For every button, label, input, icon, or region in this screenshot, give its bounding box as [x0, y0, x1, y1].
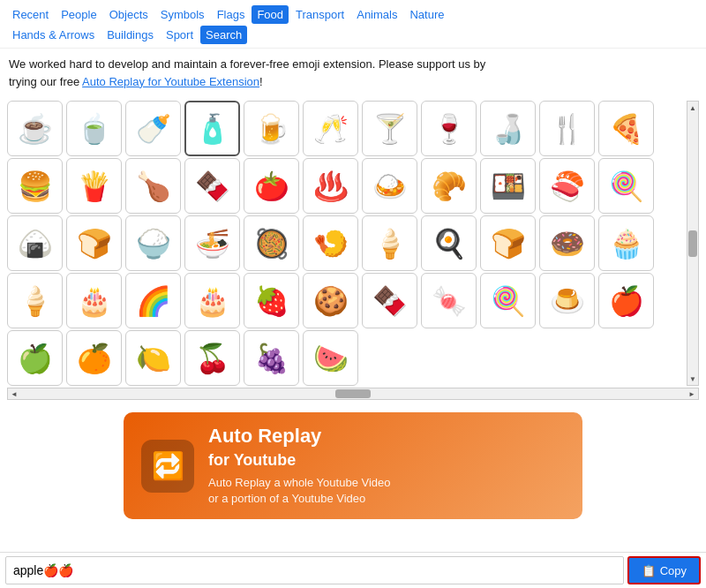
scroll-thumb[interactable]	[688, 230, 697, 257]
emoji-cell[interactable]: 🍵	[66, 101, 122, 156]
grid-scroll-container: ☕ 🍵 🍼 🧴 🍺 🥂 🍸 🍷 🍶 🍴 🍕 🍔 🍟 🍗 🍫 🍅 ♨️ 🍛 🥐 🍱…	[7, 101, 699, 386]
emoji-cell[interactable]: 🍳	[421, 215, 477, 271]
nav-people[interactable]: People	[56, 5, 101, 24]
emoji-cell[interactable]: 🍉	[303, 330, 358, 386]
emoji-cell[interactable]: 🍷	[421, 101, 477, 156]
nav-bar: Recent People Objects Symbols Flags Food…	[0, 0, 706, 49]
emoji-cell[interactable]: 🍤	[303, 215, 358, 271]
emoji-grid: ☕ 🍵 🍼 🧴 🍺 🥂 🍸 🍷 🍶 🍴 🍕 🍔 🍟 🍗 🍫 🍅 ♨️ 🍛 🥐 🍱…	[7, 101, 687, 386]
nav-animals[interactable]: Animals	[351, 5, 402, 24]
emoji-cell[interactable]: 🍫	[184, 158, 240, 214]
ad-description: Auto Replay a whole Youtube Videoor a po…	[208, 475, 390, 507]
emoji-cell[interactable]: 🎂	[66, 273, 122, 328]
emoji-cell[interactable]: 🍫	[362, 273, 417, 328]
promo-text: We worked hard to develop and maintain a…	[0, 49, 706, 97]
emoji-cell[interactable]: 🍏	[7, 330, 63, 386]
search-input[interactable]	[5, 556, 624, 584]
emoji-cell[interactable]: 🍅	[244, 158, 299, 214]
emoji-cell[interactable]: 🍭	[598, 158, 654, 214]
copy-icon: 📋	[642, 564, 656, 577]
emoji-cell[interactable]: 🍼	[125, 101, 181, 156]
emoji-cell[interactable]: 🍓	[244, 273, 299, 328]
emoji-cell[interactable]: 🍔	[7, 158, 63, 214]
emoji-cell[interactable]: 🌈	[125, 273, 181, 328]
nav-objects[interactable]: Objects	[104, 5, 154, 24]
emoji-cell[interactable]: 🥐	[421, 158, 477, 214]
nav-buildings[interactable]: Buildings	[101, 26, 159, 44]
emoji-cell[interactable]: 🍚	[125, 215, 181, 271]
emoji-cell[interactable]: 🍒	[184, 330, 240, 386]
scroll-up-button[interactable]: ▲	[688, 103, 697, 112]
nav-nature[interactable]: Nature	[404, 5, 449, 24]
copy-label: Copy	[660, 564, 687, 577]
emoji-cell[interactable]: 🍩	[539, 215, 595, 271]
horizontal-scrollbar[interactable]: ◄ ►	[7, 388, 699, 400]
nav-symbols[interactable]: Symbols	[155, 5, 210, 24]
emoji-cell[interactable]: 🍞	[66, 215, 122, 271]
copy-button[interactable]: 📋 Copy	[627, 556, 701, 584]
h-scroll-thumb[interactable]	[335, 389, 371, 398]
emoji-cell[interactable]: 🍮	[539, 273, 595, 328]
emoji-cell[interactable]: 🍶	[480, 101, 536, 156]
emoji-cell[interactable]: 🍇	[244, 330, 299, 386]
emoji-cell[interactable]: 🍜	[184, 215, 240, 271]
emoji-cell[interactable]: 🍭	[480, 273, 536, 328]
emoji-cell[interactable]: 🥘	[244, 215, 299, 271]
nav-row-2: Hands & Arrows Buildings Sport Search	[7, 26, 699, 44]
emoji-cell[interactable]: 🍋	[125, 330, 181, 386]
emoji-cell[interactable]: 🍙	[7, 215, 63, 271]
nav-search[interactable]: Search	[200, 26, 247, 44]
nav-flags[interactable]: Flags	[212, 5, 251, 24]
ad-icon-box: 🔁	[141, 440, 194, 493]
emoji-cell[interactable]: 🍊	[66, 330, 122, 386]
nav-recent[interactable]: Recent	[7, 5, 54, 24]
ad-banner: 🔁 Auto Replayfor Youtube Auto Replay a w…	[124, 412, 582, 519]
emoji-cell[interactable]: 🍸	[362, 101, 417, 156]
emoji-cell[interactable]: 🍦	[7, 273, 63, 328]
emoji-cell[interactable]: ☕	[7, 101, 63, 156]
emoji-cell[interactable]: 🎂	[184, 273, 240, 328]
nav-hands[interactable]: Hands & Arrows	[7, 26, 100, 44]
ad-text-block: Auto Replayfor Youtube Auto Replay a who…	[208, 425, 390, 507]
promo-link[interactable]: Auto Replay for Youtube Extension	[82, 75, 259, 88]
emoji-cell[interactable]: 🍗	[125, 158, 181, 214]
emoji-cell[interactable]: 🍎	[598, 273, 654, 328]
emoji-cell[interactable]: 🍪	[303, 273, 358, 328]
vertical-scrollbar[interactable]: ▲ ▼	[687, 101, 699, 386]
scroll-right-button[interactable]: ►	[687, 389, 696, 398]
scroll-left-button[interactable]: ◄	[10, 389, 19, 398]
emoji-cell[interactable]: 🍕	[598, 101, 654, 156]
emoji-cell[interactable]: 🍞	[480, 215, 536, 271]
scroll-down-button[interactable]: ▼	[688, 374, 697, 383]
nav-sport[interactable]: Sport	[161, 26, 199, 44]
ad-subtitle: for Youtube	[208, 451, 296, 469]
emoji-cell[interactable]: 🍛	[362, 158, 417, 214]
emoji-cell[interactable]: 🍦	[362, 215, 417, 271]
ad-title: Auto Replayfor Youtube	[208, 425, 390, 471]
emoji-cell[interactable]: 🍴	[539, 101, 595, 156]
emoji-cell[interactable]: 🍱	[480, 158, 536, 214]
emoji-cell[interactable]: 🧁	[598, 215, 654, 271]
emoji-cell[interactable]: 🧴	[184, 101, 240, 156]
emoji-cell[interactable]: 🍺	[244, 101, 299, 156]
emoji-cell[interactable]: 🥂	[303, 101, 358, 156]
emoji-cell[interactable]: 🍣	[539, 158, 595, 214]
emoji-area: ☕ 🍵 🍼 🧴 🍺 🥂 🍸 🍷 🍶 🍴 🍕 🍔 🍟 🍗 🍫 🍅 ♨️ 🍛 🥐 🍱…	[0, 97, 706, 403]
nav-food[interactable]: Food	[252, 5, 289, 24]
nav-transport[interactable]: Transport	[290, 5, 349, 24]
emoji-cell[interactable]: 🍬	[421, 273, 477, 328]
bottom-bar: 📋 Copy	[0, 552, 706, 588]
emoji-cell[interactable]: 🍟	[66, 158, 122, 214]
nav-row-1: Recent People Objects Symbols Flags Food…	[7, 5, 699, 24]
emoji-cell[interactable]: ♨️	[303, 158, 358, 214]
ad-icon: 🔁	[152, 450, 184, 481]
